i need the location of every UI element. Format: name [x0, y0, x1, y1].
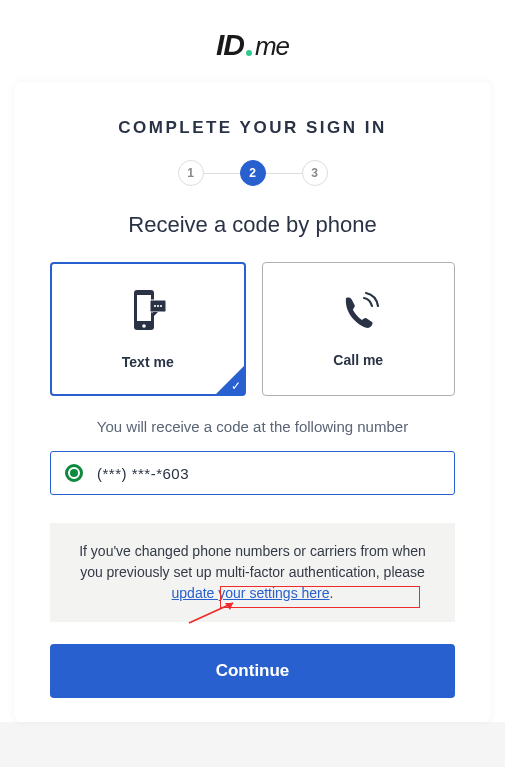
logo-dot-icon — [246, 50, 252, 56]
svg-rect-1 — [137, 295, 151, 321]
arrow-annotation-icon — [185, 599, 245, 627]
phone-call-icon — [336, 290, 380, 334]
svg-point-4 — [154, 305, 156, 307]
logo-id: ID — [216, 28, 244, 62]
delivery-options: Text me ✓ Call me — [50, 262, 455, 396]
step-line — [266, 173, 302, 174]
phone-masked-number: (***) ***-*603 — [97, 465, 189, 482]
option-call-label: Call me — [333, 352, 383, 368]
option-text-label: Text me — [122, 354, 174, 370]
phone-option[interactable]: (***) ***-*603 — [65, 464, 440, 482]
svg-line-7 — [189, 603, 233, 623]
logo-me: me — [255, 31, 289, 62]
logo-bar: ID me — [0, 0, 505, 82]
option-text-me[interactable]: Text me ✓ — [50, 262, 246, 396]
page-title: COMPLETE YOUR SIGN IN — [50, 118, 455, 138]
subheading: Receive a code by phone — [50, 212, 455, 238]
signin-card: COMPLETE YOUR SIGN IN 1 2 3 Receive a co… — [14, 82, 491, 722]
phone-list: (***) ***-*603 — [50, 451, 455, 495]
progress-stepper: 1 2 3 — [50, 160, 455, 186]
step-2: 2 — [240, 160, 266, 186]
svg-marker-8 — [225, 603, 233, 610]
svg-point-5 — [157, 305, 159, 307]
step-line — [204, 173, 240, 174]
text-message-icon — [128, 288, 168, 336]
check-icon: ✓ — [231, 379, 241, 393]
step-3: 3 — [302, 160, 328, 186]
step-1: 1 — [178, 160, 204, 186]
notice-prefix: If you've changed phone numbers or carri… — [79, 543, 426, 580]
logo: ID me — [216, 28, 289, 62]
svg-point-6 — [160, 305, 162, 307]
update-settings-link[interactable]: update your settings here — [172, 585, 330, 601]
svg-point-2 — [142, 324, 146, 328]
change-phone-notice: If you've changed phone numbers or carri… — [50, 523, 455, 622]
option-call-me[interactable]: Call me — [262, 262, 456, 396]
radio-selected-icon — [65, 464, 83, 482]
notice-suffix: . — [330, 585, 334, 601]
continue-button[interactable]: Continue — [50, 644, 455, 698]
info-text: You will receive a code at the following… — [50, 418, 455, 435]
